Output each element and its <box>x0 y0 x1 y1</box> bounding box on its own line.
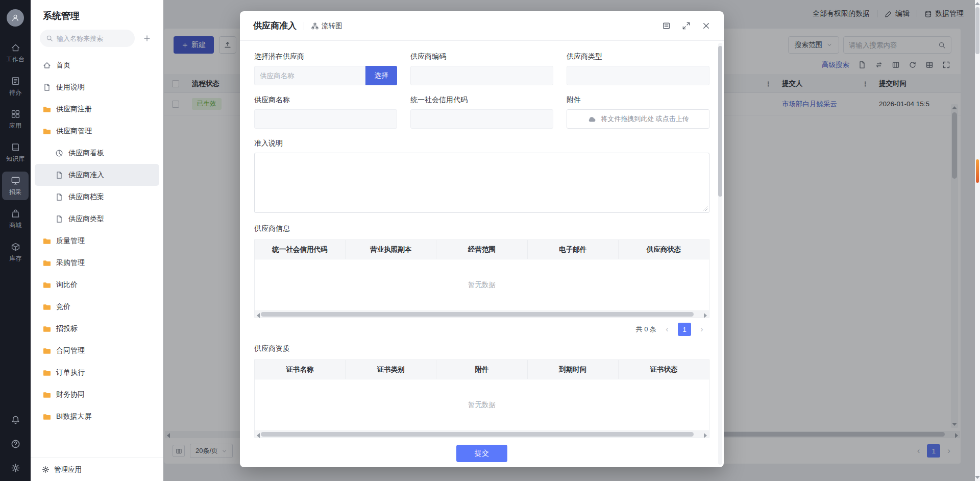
modal-body: 选择潜在供应商 选择 供应商编码 供应商类型 供应商名称 统一社会信用代码 <box>240 41 724 467</box>
scroll-up-arrow[interactable] <box>975 2 980 5</box>
page-scrollbar[interactable] <box>975 0 980 481</box>
folder-icon <box>43 391 51 399</box>
form-view-icon[interactable] <box>662 21 671 30</box>
help-icon[interactable] <box>11 439 20 449</box>
rail-item-label: 招采 <box>9 188 21 197</box>
bell-icon[interactable] <box>11 415 20 425</box>
plus-icon <box>143 34 151 42</box>
column-cert-category: 证书类别 <box>346 360 436 379</box>
supplier-name-input[interactable] <box>260 115 391 123</box>
supplier-qualification-table: 证书名称 证书类别 附件 到期时间 证书状态 暂无数据 <box>254 359 709 438</box>
close-icon[interactable] <box>702 21 710 30</box>
supplier-type-input[interactable] <box>572 72 704 80</box>
add-menu-button[interactable] <box>140 31 154 45</box>
apps-grid-icon <box>11 109 20 119</box>
manage-apps-button[interactable]: 管理应用 <box>31 458 163 481</box>
rail-item-inventory[interactable]: 库存 <box>2 238 29 267</box>
supplier-code-input[interactable] <box>416 72 548 80</box>
sidebar-item-bi-screen[interactable]: BI数据大屏 <box>35 405 159 427</box>
scroll-left-arrow[interactable] <box>257 313 260 318</box>
current-page-button[interactable]: 1 <box>678 323 691 336</box>
sidebar-item-usage[interactable]: 使用说明 <box>35 76 159 98</box>
sidebar-item-supplier-archive[interactable]: 供应商档案 <box>35 186 159 208</box>
rail-item-workbench[interactable]: 工作台 <box>2 39 29 67</box>
sidebar-item-supplier-admission[interactable]: 供应商准入 <box>35 164 159 186</box>
box-icon <box>11 242 20 252</box>
sidebar-item-supplier-register[interactable]: 供应商注册 <box>35 98 159 120</box>
sidebar-item-finance[interactable]: 财务协同 <box>35 383 159 405</box>
rail-item-apps[interactable]: 应用 <box>2 105 29 134</box>
gear-icon[interactable] <box>11 463 20 473</box>
scroll-left-arrow[interactable] <box>257 433 260 438</box>
sidebar-item-purchasing[interactable]: 采购管理 <box>35 252 159 274</box>
user-avatar[interactable] <box>7 9 24 27</box>
sidebar-item-inquiry[interactable]: 询比价 <box>35 274 159 296</box>
next-page-button[interactable]: › <box>695 323 708 336</box>
folder-icon <box>43 259 51 267</box>
rail-item-label: 商城 <box>9 221 21 230</box>
sidebar-search-input[interactable] <box>57 35 129 42</box>
table-horizontal-scrollbar[interactable] <box>255 430 709 437</box>
scroll-right-arrow[interactable] <box>704 433 707 438</box>
sidebar-item-quality[interactable]: 质量管理 <box>35 230 159 252</box>
rail-bottom-group <box>0 415 31 473</box>
scrollbar-thumb[interactable] <box>718 46 722 197</box>
sidebar-item-tender[interactable]: 招投标 <box>35 318 159 340</box>
folder-icon <box>43 105 51 113</box>
home-icon <box>11 43 20 53</box>
admission-note-textarea[interactable] <box>254 153 709 213</box>
folder-icon <box>43 127 51 135</box>
app-rail: 工作台 待办 应用 知识库 招采 商城 库存 <box>0 0 31 481</box>
scrollbar-thumb[interactable] <box>261 432 694 437</box>
column-license-copy: 营业执照副本 <box>346 240 436 259</box>
modal-header: 供应商准入 流转图 <box>240 11 724 41</box>
rail-item-procurement[interactable]: 招采 <box>2 172 29 200</box>
scrollbar-thumb[interactable] <box>261 312 694 317</box>
scrollbar-thumb[interactable] <box>975 7 979 54</box>
sidebar-item-home[interactable]: 首页 <box>35 54 159 76</box>
modal-scrollbar[interactable] <box>718 43 722 465</box>
scroll-position-marker <box>976 159 979 183</box>
scroll-right-arrow[interactable] <box>704 313 707 318</box>
flow-chart-link[interactable]: 流转图 <box>311 21 342 31</box>
column-cert-name: 证书名称 <box>255 360 346 379</box>
gear-icon <box>42 466 50 473</box>
rail-item-knowledge[interactable]: 知识库 <box>2 138 29 167</box>
sidebar-item-label: 采购管理 <box>56 258 85 268</box>
person-icon <box>11 14 19 22</box>
sidebar-item-supplier-type[interactable]: 供应商类型 <box>35 208 159 230</box>
rail-item-todo[interactable]: 待办 <box>2 72 29 101</box>
sidebar-search[interactable] <box>40 30 135 47</box>
upload-hint-text: 将文件拖拽到此处 或点击上传 <box>601 114 689 124</box>
potential-supplier-input[interactable] <box>260 72 360 80</box>
sidebar-item-label: BI数据大屏 <box>56 412 91 421</box>
total-count: 共 0 条 <box>636 325 656 334</box>
cloud-upload-icon <box>587 114 596 124</box>
sidebar-item-supplier-dashboard[interactable]: 供应商看板 <box>35 142 159 164</box>
rail-item-label: 待办 <box>9 88 21 97</box>
rail-item-label: 工作台 <box>6 55 24 64</box>
sidebar-item-bidding[interactable]: 竞价 <box>35 296 159 318</box>
bag-icon <box>11 209 20 219</box>
supplier-qualification-section-title: 供应商资质 <box>254 344 709 353</box>
sidebar-item-label: 财务协同 <box>56 390 85 399</box>
table-horizontal-scrollbar[interactable] <box>255 310 709 317</box>
sidebar-item-label: 供应商档案 <box>68 193 104 202</box>
credit-code-input[interactable] <box>416 115 548 123</box>
rail-item-mall[interactable]: 商城 <box>2 205 29 233</box>
pie-chart-icon <box>55 149 63 157</box>
column-expiry-date: 到期时间 <box>528 360 619 379</box>
field-label: 供应商类型 <box>567 52 709 61</box>
sidebar-item-order-execution[interactable]: 订单执行 <box>35 362 159 383</box>
supplier-info-section-title: 供应商信息 <box>254 224 709 233</box>
fullscreen-icon[interactable] <box>682 21 691 30</box>
submit-button[interactable]: 提交 <box>456 445 507 462</box>
sidebar-item-supplier-management[interactable]: 供应商管理 <box>35 120 159 142</box>
file-upload-dropzone[interactable]: 将文件拖拽到此处 或点击上传 <box>567 109 709 129</box>
flow-chart-icon <box>311 22 318 30</box>
sidebar-item-contract[interactable]: 合同管理 <box>35 340 159 362</box>
prev-page-button[interactable]: ‹ <box>660 323 674 336</box>
scroll-down-arrow[interactable] <box>975 476 980 479</box>
sidebar-item-label: 供应商类型 <box>68 214 104 224</box>
select-supplier-button[interactable]: 选择 <box>365 66 397 85</box>
